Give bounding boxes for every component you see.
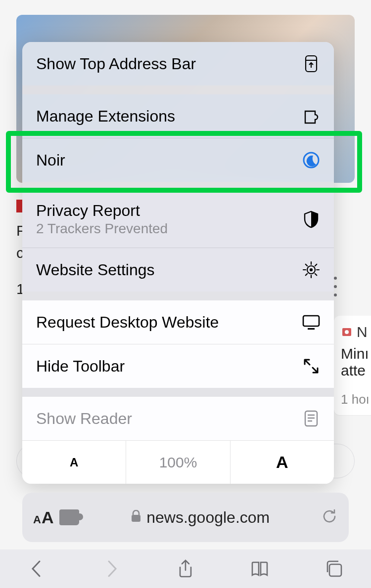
svg-line-11 — [315, 274, 317, 276]
menu-sublabel: 2 Trackers Prevented — [36, 221, 168, 237]
news-card[interactable]: N Minı atte 1 hoı — [334, 316, 371, 415]
reader-icon — [300, 408, 322, 429]
text-size-row: A 100% A — [22, 440, 334, 484]
news-headline: atte — [341, 362, 371, 379]
menu-privacy-report[interactable]: Privacy Report 2 Trackers Prevented — [22, 191, 334, 248]
share-button[interactable] — [173, 556, 198, 581]
menu-label: Hide Toolbar — [36, 357, 125, 376]
svg-rect-22 — [329, 564, 341, 576]
menu-label: Manage Extensions — [36, 107, 175, 126]
menu-show-top-address-bar[interactable]: Show Top Address Bar — [22, 42, 334, 85]
decrease-text-size-button[interactable]: A — [22, 441, 126, 484]
menu-hide-toolbar[interactable]: Hide Toolbar — [22, 344, 334, 388]
svg-line-10 — [306, 264, 308, 266]
menu-label: Show Reader — [36, 410, 132, 428]
address-bar[interactable]: AA news.google.com — [22, 493, 349, 542]
address-bar-top-icon — [300, 53, 322, 75]
menu-label: Request Desktop Website — [36, 313, 219, 332]
url-text: news.google.com — [146, 508, 270, 527]
menu-label: Noir — [36, 151, 65, 169]
menu-label: Website Settings — [36, 261, 155, 279]
menu-manage-extensions[interactable]: Manage Extensions — [22, 94, 334, 138]
aa-menu-popover: Show Top Address Bar Manage Extensions N… — [22, 42, 334, 484]
news-headline: Minı — [341, 345, 371, 362]
svg-point-14 — [310, 269, 312, 271]
svg-rect-16 — [308, 328, 315, 330]
moon-icon — [300, 149, 322, 171]
menu-label: Show Top Address Bar — [36, 55, 196, 73]
reload-button[interactable] — [321, 508, 338, 527]
gear-icon — [300, 259, 322, 281]
forward-button — [99, 556, 124, 581]
news-source-icon — [341, 326, 353, 338]
increase-text-size-button[interactable]: A — [230, 441, 334, 484]
aa-menu-button[interactable]: AA — [33, 508, 53, 527]
menu-noir-extension[interactable]: Noir — [22, 138, 334, 182]
shield-icon — [300, 209, 322, 230]
puzzle-piece-icon — [300, 105, 322, 127]
news-time: 1 hoı — [341, 392, 371, 407]
menu-request-desktop[interactable]: Request Desktop Website — [22, 300, 334, 344]
bookmarks-button[interactable] — [247, 556, 272, 581]
svg-rect-15 — [303, 316, 319, 326]
zoom-percent-label[interactable]: 100% — [126, 441, 230, 484]
svg-line-12 — [315, 264, 317, 266]
extension-badge-icon[interactable] — [59, 509, 79, 525]
back-button[interactable] — [25, 556, 49, 581]
news-source-letter: N — [357, 324, 368, 340]
svg-point-1 — [345, 330, 349, 334]
menu-show-reader: Show Reader — [22, 397, 334, 440]
svg-rect-21 — [132, 515, 140, 522]
desktop-icon — [300, 311, 322, 333]
bottom-toolbar — [0, 549, 371, 588]
menu-website-settings[interactable]: Website Settings — [22, 248, 334, 292]
lock-icon — [131, 510, 141, 525]
tabs-button[interactable] — [322, 556, 346, 581]
menu-label: Privacy Report — [36, 202, 168, 220]
svg-line-13 — [306, 274, 308, 276]
expand-icon — [300, 355, 322, 377]
